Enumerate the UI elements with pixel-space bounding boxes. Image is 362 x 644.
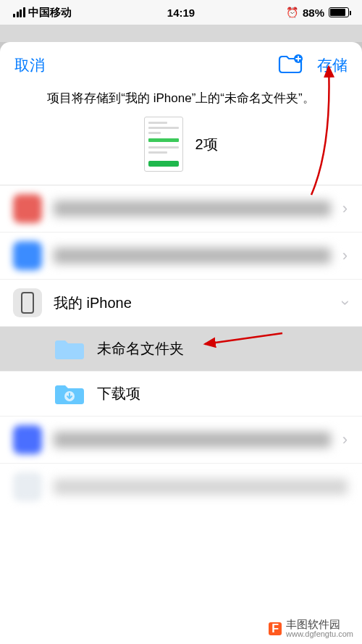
- status-right: ⏰ 88%: [286, 7, 349, 19]
- item-count: 2项: [195, 135, 217, 154]
- location-row[interactable]: ›: [0, 417, 362, 464]
- signal-icon: [13, 7, 25, 17]
- chevron-right-icon: ›: [342, 430, 348, 449]
- status-time: 14:19: [167, 7, 195, 19]
- battery-pct: 88%: [303, 7, 324, 19]
- folder-download-icon: [54, 382, 85, 406]
- new-folder-button[interactable]: [278, 54, 303, 77]
- document-thumbnail: [144, 117, 183, 172]
- app-icon: [13, 241, 42, 270]
- app-icon: [13, 472, 42, 501]
- status-left: 中国移动: [13, 6, 72, 20]
- app-icon: [13, 425, 42, 454]
- location-row[interactable]: [0, 464, 362, 510]
- location-list[interactable]: › › 我的 iPhone › 未命名文件夹 下载: [0, 185, 362, 644]
- sheet-header: 取消 存储: [0, 42, 362, 84]
- folder-plus-icon: [278, 54, 303, 74]
- location-row-downloads[interactable]: 下载项: [0, 372, 362, 417]
- location-label: 未命名文件夹: [97, 339, 348, 359]
- location-row-iphone[interactable]: 我的 iPhone ›: [0, 280, 362, 327]
- watermark-url: www.dgfengtu.com: [286, 630, 353, 638]
- save-sheet: 取消 存储 项目将存储到“我的 iPhone”上的“未命名文件夹”。 2项: [0, 42, 362, 644]
- preview-row: 2项: [0, 117, 362, 185]
- background-dim: [0, 25, 362, 42]
- watermark: F 丰图软件园 www.dgfengtu.com: [266, 617, 356, 640]
- iphone-icon: [13, 288, 42, 317]
- chevron-right-icon: ›: [342, 246, 348, 265]
- chevron-down-icon: ›: [335, 300, 354, 305]
- carrier-label: 中国移动: [28, 6, 72, 20]
- location-row-unnamed-folder[interactable]: 未命名文件夹: [0, 327, 362, 372]
- location-label: [54, 479, 348, 495]
- location-label: 下载项: [97, 384, 348, 403]
- app-icon: [13, 194, 42, 223]
- battery-icon: [329, 7, 349, 17]
- alarm-icon: ⏰: [286, 7, 298, 18]
- location-label: 我的 iPhone: [54, 293, 331, 313]
- location-label: [54, 432, 331, 448]
- location-row[interactable]: ›: [0, 233, 362, 280]
- folder-icon: [54, 337, 85, 361]
- watermark-logo-icon: F: [269, 622, 282, 635]
- chevron-right-icon: ›: [342, 199, 348, 218]
- location-row[interactable]: ›: [0, 185, 362, 233]
- location-label: [54, 248, 331, 264]
- location-label: [54, 201, 331, 217]
- cancel-button[interactable]: 取消: [14, 55, 45, 75]
- watermark-name: 丰图软件园: [286, 618, 340, 630]
- save-location-message: 项目将存储到“我的 iPhone”上的“未命名文件夹”。: [0, 84, 362, 117]
- status-bar: 中国移动 14:19 ⏰ 88%: [0, 0, 362, 25]
- save-button[interactable]: 存储: [317, 55, 348, 75]
